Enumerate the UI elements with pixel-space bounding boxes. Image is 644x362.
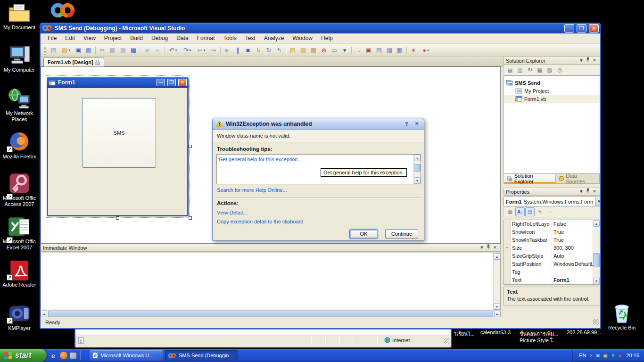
desktop-icon-mozilla-firefox[interactable]: ↗ Mozilla Firefox [0, 130, 39, 160]
expand-toggle[interactable] [504, 228, 511, 236]
navigate-backward-icon[interactable]: ↩ [194, 45, 208, 56]
auto-hide-pin-icon[interactable] [485, 244, 492, 252]
vs-title-bar[interactable]: SMS Send (Debugging) - Microsoft Visual … [40, 23, 601, 33]
sms-button-control[interactable]: SMS [82, 98, 156, 168]
object-selector-dropdown[interactable]: Form1 System.Windows.Forms.Form ▼ [504, 197, 600, 206]
desktop-icon-my-computer[interactable]: My Computer [0, 44, 39, 73]
menu-item[interactable]: Help [317, 33, 337, 43]
view-class-diagram-icon[interactable]: ◎ [555, 66, 564, 74]
property-row[interactable]: + Size 300, 300 [504, 244, 593, 252]
immediate-window-icon[interactable]: ▭ [329, 45, 339, 56]
search-help-online-link[interactable]: Search for more Help Online... [217, 187, 287, 193]
taskbar-button-windows-update[interactable]: Microsoft Windows U... [90, 350, 163, 361]
expand-toggle[interactable] [504, 236, 511, 244]
property-value[interactable]: WindowsDefaultLo [552, 260, 593, 268]
desktop-icon-my-documents[interactable]: My Document [0, 3, 39, 31]
property-value[interactable]: Form1 [552, 276, 593, 284]
step-over-icon[interactable]: ↻ [264, 45, 274, 56]
menu-item[interactable]: Debug [147, 33, 172, 43]
menu-item[interactable]: Tools [219, 33, 241, 43]
call-stack-window-icon[interactable]: ▦ [395, 45, 405, 56]
menu-item[interactable]: Format [193, 33, 219, 43]
taskbar-clock[interactable]: 20:15 [626, 353, 639, 358]
desktop-icon-excel-2007[interactable]: ↗ Microsoft Offic Excel 2007 [0, 216, 39, 251]
intellitrace-icon[interactable]: ∗ [408, 45, 419, 56]
format-document-icon[interactable]: ▩ [128, 45, 139, 56]
cut-icon[interactable]: ✂ [97, 45, 107, 56]
general-help-link[interactable]: Get general help for this exception. [219, 156, 299, 162]
refresh-icon[interactable]: ↻ [525, 66, 535, 74]
resize-handle-right[interactable] [189, 145, 192, 148]
firefox-quicklaunch-icon[interactable] [60, 352, 67, 359]
start-button[interactable]: start [0, 349, 47, 362]
step-out-icon[interactable]: ↰ [274, 45, 284, 56]
scroll-down-icon[interactable]: ▼ [414, 177, 421, 184]
dialog-title-bar[interactable]: Win32Exception was unhandled ? ✕ [213, 118, 424, 130]
expand-toggle[interactable] [504, 276, 511, 284]
scroll-right-icon[interactable]: ► [494, 311, 501, 317]
desktop-icon-my-network-places[interactable]: My Network Places [0, 88, 39, 123]
window-position-icon[interactable]: ▼ [578, 188, 585, 195]
desktop-icon-recycle-bin[interactable]: Recycle Bin [605, 303, 638, 331]
scroll-down-icon[interactable]: ▼ [593, 278, 600, 284]
menu-item[interactable]: Analyze [260, 33, 289, 43]
safely-remove-icon[interactable]: ▼ [611, 352, 616, 359]
style-dropdown-icon[interactable]: ● [419, 45, 433, 56]
copy-exception-link[interactable]: Copy exception detail to the clipboard [217, 219, 303, 224]
properties-window-icon[interactable]: ▥ [298, 45, 308, 56]
tab-form1-design[interactable]: Form1.vb [Design] [43, 58, 104, 66]
view-designer-icon[interactable]: ▧ [545, 66, 554, 74]
property-value[interactable]: Auto [552, 252, 593, 260]
navigate-forward-icon[interactable]: ↪ [208, 45, 219, 56]
menu-item[interactable]: View [79, 33, 100, 43]
show-all-files-icon[interactable]: ▥ [515, 66, 525, 74]
language-indicator[interactable]: EN [579, 353, 586, 358]
error-list-icon[interactable]: ⊗ [319, 45, 329, 56]
tree-item-project[interactable]: VB SMS Send [504, 79, 600, 87]
scroll-up-icon[interactable]: ▲ [414, 155, 421, 161]
watch-window-icon[interactable]: ▥ [384, 45, 395, 56]
add-item-icon[interactable]: ▤ [49, 45, 59, 56]
minimize-button[interactable]: — [564, 24, 574, 33]
save-all-icon[interactable]: ▦ [83, 45, 94, 56]
desktop-icon-label[interactable]: calendar53-3 [480, 329, 511, 335]
open-file-icon[interactable]: ▨ [59, 45, 73, 56]
window-position-icon[interactable]: ▼ [578, 57, 585, 64]
breakpoints-window-icon[interactable]: ▣ [363, 45, 374, 56]
expand-toggle[interactable]: + [504, 244, 511, 252]
property-value[interactable]: True [552, 228, 593, 236]
dialog-close-icon[interactable]: ✕ [413, 121, 421, 127]
tab-solution-explorer[interactable]: Solution Explorer [504, 174, 556, 183]
desktop-icon-label[interactable]: Picture Style ใ... [520, 336, 557, 345]
property-grid-scrollbar[interactable]: ▲ ▼ [593, 220, 600, 284]
close-panel-icon[interactable]: ✕ [591, 57, 598, 64]
outdent-icon[interactable]: ≡ [152, 45, 163, 56]
break-all-icon[interactable]: ∥ [232, 45, 243, 56]
continue-button[interactable]: Continue [385, 229, 418, 239]
dropdown-arrow-icon[interactable]: ▼ [595, 197, 600, 206]
property-value[interactable]: 300, 300 [552, 244, 593, 252]
menu-item[interactable]: Build [126, 33, 147, 43]
visual-studio-desktop-icon[interactable] [50, 1, 75, 21]
properties-view-icon[interactable]: ▤ [525, 207, 535, 216]
view-detail-link[interactable]: View Detail... [217, 210, 247, 215]
property-pages-icon[interactable]: ▭ [545, 207, 554, 216]
maximize-button[interactable]: ❐ [577, 24, 586, 33]
property-row[interactable]: Text Form1 [504, 276, 593, 284]
menu-item[interactable]: Edit [61, 33, 79, 43]
save-icon[interactable]: ▣ [73, 45, 83, 56]
property-value[interactable]: False [552, 220, 593, 228]
scroll-up-icon[interactable]: ▲ [494, 253, 500, 260]
close-button[interactable]: ✕ [589, 24, 599, 33]
volume-icon[interactable]: ◉ [603, 352, 608, 359]
expand-toggle[interactable] [504, 260, 511, 268]
locals-window-icon[interactable]: ▤ [374, 45, 384, 56]
designed-form[interactable]: Form1 — ❐ ✕ SMS [47, 77, 189, 216]
scroll-up-icon[interactable]: ▲ [593, 220, 600, 227]
redo-icon[interactable]: ↷ [180, 45, 194, 56]
menu-item[interactable]: Test [241, 33, 260, 43]
property-row[interactable]: SizeGripStyle Auto [504, 252, 593, 260]
ok-button[interactable]: OK [349, 229, 378, 239]
show-desktop-icon[interactable] [70, 352, 77, 359]
muted-display-icon[interactable]: × [589, 352, 592, 359]
